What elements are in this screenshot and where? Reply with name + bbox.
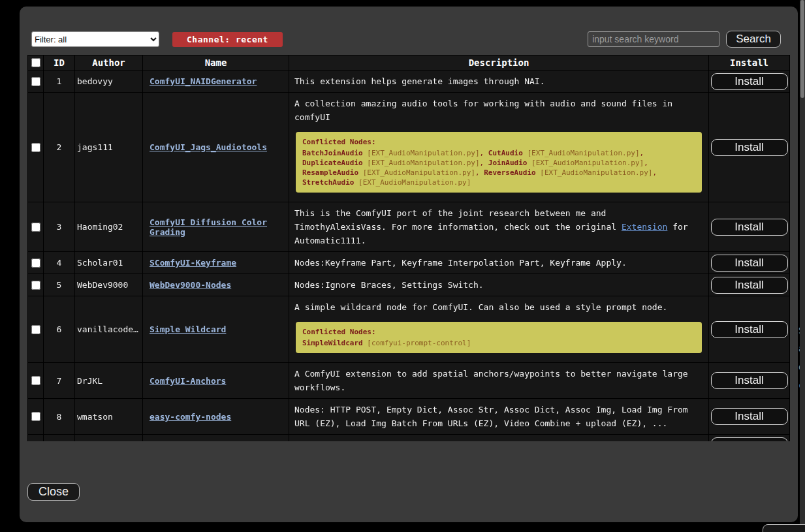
table-row: 4 Scholar01 SComfyUI-Keyframe Nodes:Keyf… — [28, 252, 790, 274]
table-row: 6 vanillacode… Simple Wildcard A simple … — [28, 296, 790, 363]
row-author: DrJKL — [75, 363, 143, 399]
select-all-checkbox[interactable] — [31, 58, 40, 67]
conflict-title: Conflicted Nodes: — [302, 327, 695, 337]
conflict-node-source: [EXT_AudioManipulation.py] — [363, 168, 475, 177]
row-author: jags111 — [75, 93, 143, 202]
row-checkbox[interactable] — [31, 77, 40, 86]
header-install: Install — [709, 55, 790, 70]
row-description: A simple wildcard node for ComfyUI. Can … — [294, 300, 703, 314]
row-description: This is the ComfyUI port of the joint re… — [294, 206, 703, 247]
conflict-node-name: SimpleWildcard — [302, 339, 363, 347]
row-author: SoftMeng — [75, 435, 143, 442]
row-id: 5 — [44, 274, 75, 296]
row-name-link[interactable]: SComfyUI-Keyframe — [150, 258, 236, 268]
row-checkbox[interactable] — [31, 325, 40, 334]
table-header-row: ID Author Name Description Install — [28, 55, 790, 70]
row-description: A ComfyUI extension to add spatial ancho… — [294, 367, 703, 394]
row-description: Nodes: HTTP POST, Empty Dict, Assoc Str,… — [294, 403, 703, 430]
row-id: 4 — [44, 252, 75, 274]
conflict-node-name: ReverseAudio — [484, 168, 535, 177]
partial-background-button[interactable] — [763, 524, 805, 532]
row-id: 8 — [44, 399, 75, 435]
conflict-node-source: [EXT_AudioManipulation.py] — [527, 149, 639, 157]
conflict-node-source: [EXT_AudioManipulation.py] — [367, 159, 479, 167]
channel-badge: Channel: recent — [172, 32, 283, 47]
filter-select[interactable]: Filter: all — [31, 31, 159, 47]
row-id: 1 — [44, 70, 75, 93]
table-row: 3 Haoming02 ComfyUI Diffusion Color Grad… — [28, 202, 790, 252]
install-button[interactable]: Install — [711, 139, 788, 156]
row-name-link[interactable]: Simple Wildcard — [150, 324, 226, 334]
row-name-link[interactable]: ComfyUI_NAIDGenerator — [150, 76, 257, 86]
conflict-node-source: [comfyui-prompt-control] — [367, 339, 471, 347]
toolbar: Filter: all Channel: recent Search — [27, 31, 790, 48]
row-description: A collection amazing audio tools for wor… — [294, 97, 703, 124]
row-description: Nodes:Keyframe Part, Keyframe Interpolat… — [294, 256, 703, 270]
row-name-link[interactable]: ComfyUI_Jags_Audiotools — [150, 142, 267, 152]
row-checkbox[interactable] — [31, 143, 40, 152]
row-checkbox[interactable] — [31, 376, 40, 385]
row-author: Haoming02 — [75, 202, 143, 252]
install-button[interactable]: Install — [711, 408, 788, 425]
install-button[interactable]: Install — [711, 219, 788, 236]
header-description: Description — [289, 55, 709, 70]
row-name-link[interactable]: WebDev9000-Nodes — [150, 280, 231, 290]
conflict-title: Conflicted Nodes: — [302, 137, 695, 147]
row-author: bedovyy — [75, 70, 143, 93]
header-author: Author — [75, 55, 143, 70]
header-id: ID — [44, 55, 75, 70]
table-scroll-area[interactable]: ID Author Name Description Install 1 bed… — [27, 55, 790, 441]
close-button[interactable]: Close — [27, 483, 80, 501]
row-description: Nodes: ComfyUI Mexx Styler, ComfyUI Mexx… — [294, 439, 703, 441]
row-id: 6 — [44, 296, 75, 363]
conflict-list: SimpleWildcard [comfyui-prompt-control] — [302, 338, 695, 348]
table-row: 9 SoftMeng ComfyUI_Mexx_Styler Nodes: Co… — [28, 435, 790, 442]
install-button[interactable]: Install — [711, 321, 788, 338]
conflict-list: BatchJoinAudio [EXT_AudioManipulation.py… — [302, 148, 695, 187]
row-checkbox[interactable] — [31, 281, 40, 290]
row-checkbox[interactable] — [31, 412, 40, 421]
custom-nodes-table: ID Author Name Description Install 1 bed… — [27, 55, 790, 441]
table-row: 8 wmatson easy-comfy-nodes Nodes: HTTP P… — [28, 399, 790, 435]
conflict-node-source: [EXT_AudioManipulation.py] — [358, 178, 471, 187]
row-name-link[interactable]: ComfyUI_Mexx_Styler — [150, 441, 247, 441]
table-row: 2 jags111 ComfyUI_Jags_Audiotools A coll… — [28, 93, 790, 202]
row-description: Nodes:Ignore Braces, Settings Switch. — [294, 278, 703, 292]
row-author: vanillacode… — [75, 296, 143, 363]
conflict-node-name: CutAudio — [488, 149, 523, 157]
row-name-link[interactable]: ComfyUI Diffusion Color Grading — [150, 217, 267, 237]
install-button[interactable]: Install — [711, 277, 788, 294]
row-checkbox[interactable] — [31, 441, 40, 442]
row-checkbox[interactable] — [31, 258, 40, 268]
conflict-node-name: ResampleAudio — [302, 168, 358, 177]
row-author: wmatson — [75, 399, 143, 435]
search-button[interactable]: Search — [726, 31, 781, 48]
install-custom-nodes-dialog: Filter: all Channel: recent Search ID Au… — [20, 7, 798, 522]
conflict-node-name: BatchJoinAudio — [302, 149, 363, 157]
conflict-node-source: [EXT_AudioManipulation.py] — [531, 159, 644, 167]
row-id: 7 — [44, 363, 75, 399]
row-id: 9 — [44, 435, 75, 442]
table-row: 5 WebDev9000 WebDev9000-Nodes Nodes:Igno… — [28, 274, 790, 296]
install-button[interactable]: Install — [711, 437, 788, 442]
row-name-link[interactable]: ComfyUI-Anchors — [150, 376, 226, 386]
description-link[interactable]: Extension — [622, 222, 667, 232]
search-input[interactable] — [588, 31, 719, 47]
table-row: 7 DrJKL ComfyUI-Anchors A ComfyUI extens… — [28, 363, 790, 399]
page-scrollbar[interactable] — [800, 0, 805, 532]
install-button[interactable]: Install — [711, 255, 788, 272]
conflict-node-name: JoinAudio — [488, 159, 528, 167]
row-id: 3 — [44, 202, 75, 252]
row-author: Scholar01 — [75, 252, 143, 274]
header-name: Name — [143, 55, 289, 70]
conflict-node-name: DuplicateAudio — [302, 159, 363, 167]
conflict-node-name: StretchAudio — [302, 178, 354, 187]
row-description: This extension helps generate images thr… — [294, 74, 703, 88]
row-name-link[interactable]: easy-comfy-nodes — [150, 412, 231, 422]
table-row: 1 bedovyy ComfyUI_NAIDGenerator This ext… — [28, 70, 790, 93]
page-scrollbar-thumb[interactable] — [800, 0, 804, 98]
row-checkbox[interactable] — [31, 223, 40, 232]
install-button[interactable]: Install — [711, 372, 788, 389]
conflict-warning: Conflicted Nodes:SimpleWildcard [comfyui… — [296, 322, 702, 353]
install-button[interactable]: Install — [711, 73, 788, 90]
